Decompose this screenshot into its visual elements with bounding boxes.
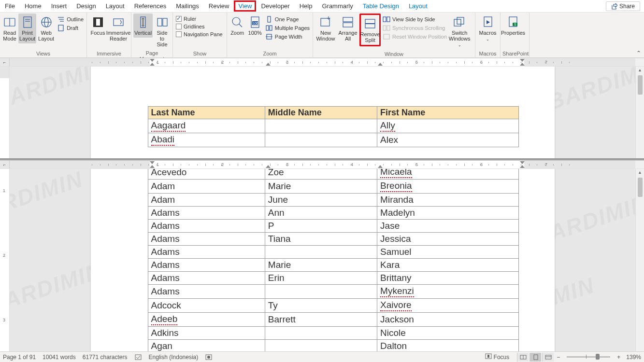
ruler-horizontal-bottom[interactable]: ⌐ 1234567 xyxy=(0,160,644,169)
group-zoom-label: Zoom xyxy=(229,50,311,57)
status-focus[interactable]: Focus xyxy=(485,353,509,361)
table-row[interactable]: AdcockTyXaivore xyxy=(148,299,518,313)
document-pane-top: BARDIMIN BARDIMIN BARDIMIN Last NameMidd… xyxy=(0,67,644,158)
zoom-button[interactable]: Zoom xyxy=(229,14,245,38)
zoom-level[interactable]: 139% xyxy=(626,354,641,361)
table-header[interactable]: First Name xyxy=(377,107,518,119)
menu-insert[interactable]: Insert xyxy=(46,0,72,12)
view-side-by-side-button[interactable]: View Side by Side xyxy=(382,15,448,23)
status-spellcheck[interactable] xyxy=(134,354,142,361)
table-row[interactable]: AdamsTianaJessica xyxy=(148,233,518,246)
menu-grammarly[interactable]: Grammarly xyxy=(317,0,358,12)
menu-design[interactable]: Design xyxy=(72,0,100,12)
ruler-vertical-top[interactable] xyxy=(0,67,10,158)
status-language[interactable]: English (Indonesia) xyxy=(149,354,199,361)
multiple-pages-button[interactable]: Multiple Pages xyxy=(264,24,311,32)
immersive-reader-button[interactable]: Immersive Reader xyxy=(108,14,129,43)
menu-layout-context[interactable]: Layout xyxy=(404,0,432,12)
ruler-horizontal-top[interactable]: ⌐ 1234567 xyxy=(0,58,644,67)
table-row[interactable]: AdamsErinBrittany xyxy=(148,272,518,285)
group-immersive-label: Immersive xyxy=(89,50,129,57)
draft-button[interactable]: Draft xyxy=(56,24,85,32)
side-to-side-button[interactable]: Side to Side xyxy=(154,14,171,49)
focus-button[interactable]: Focus xyxy=(89,14,107,38)
table-row[interactable]: AdamsMarieKara xyxy=(148,259,518,272)
share-button[interactable]: Share xyxy=(606,1,640,11)
menu-table-design[interactable]: Table Design xyxy=(358,0,404,12)
ruler-vertical-bottom[interactable]: 123 xyxy=(0,169,10,362)
menu-developer[interactable]: Developer xyxy=(256,0,294,12)
status-words[interactable]: 10041 words xyxy=(43,354,76,361)
remove-split-button[interactable]: Remove Split xyxy=(359,14,381,46)
table-row[interactable]: AdkinsNicole xyxy=(148,327,518,340)
table-row[interactable]: AdamJuneMiranda xyxy=(148,194,518,207)
switch-windows-button[interactable]: Switch Windows ⌄ xyxy=(449,14,470,50)
menu-home[interactable]: Home xyxy=(20,0,46,12)
navigation-pane-checkbox[interactable]: Navigation Pane xyxy=(175,31,224,38)
one-page-button[interactable]: One Page xyxy=(264,15,311,23)
table-row[interactable]: AbadiAlex xyxy=(148,133,518,147)
status-bar: Page 1 of 91 10041 words 61771 character… xyxy=(0,351,644,362)
view-read-mode[interactable] xyxy=(517,353,529,362)
gridlines-checkbox[interactable]: Gridlines xyxy=(175,23,224,30)
table-header[interactable]: Last Name xyxy=(148,107,265,119)
page-top[interactable]: Last NameMiddle NameFirst NameAagaardAll… xyxy=(91,67,555,158)
table-header[interactable]: Middle Name xyxy=(265,107,377,119)
synchronous-scrolling-button[interactable]: Synchronous Scrolling xyxy=(382,24,448,32)
scroll-thumb-top[interactable] xyxy=(638,75,643,95)
document-table-top[interactable]: Last NameMiddle NameFirst NameAagaardAll… xyxy=(148,106,519,147)
print-layout-button[interactable]: Print Layout xyxy=(18,14,36,43)
vertical-button[interactable]: Vertical xyxy=(133,14,153,38)
table-row[interactable]: AdamMarieBreonia xyxy=(148,180,518,194)
view-print-layout[interactable] xyxy=(530,353,541,362)
status-chars[interactable]: 61771 characters xyxy=(83,354,128,361)
status-page[interactable]: Page 1 of 91 xyxy=(3,354,36,361)
collapse-ribbon-button[interactable]: ⌃ xyxy=(636,50,641,56)
ruler-corner-bottom[interactable]: ⌐ xyxy=(0,161,10,168)
ruler-checkbox[interactable]: Ruler xyxy=(175,15,224,22)
table-row[interactable]: AcevedoZoeMicaela xyxy=(148,169,518,180)
table-row[interactable]: AagaardAlly xyxy=(148,119,518,133)
table-row[interactable]: AdamsSamuel xyxy=(148,246,518,259)
table-row[interactable]: AdamsAnnMadelyn xyxy=(148,207,518,220)
page-bottom[interactable]: AcevedoZoeMicaelaAdamMarieBreoniaAdamJun… xyxy=(91,169,555,362)
scroll-up-bottom[interactable]: ▴ xyxy=(636,169,644,177)
status-macro[interactable] xyxy=(205,354,213,361)
zoom-100-button[interactable]: 100 100% xyxy=(246,14,263,38)
menu-help[interactable]: Help xyxy=(295,0,317,12)
ruler-corner[interactable]: ⌐ xyxy=(0,58,10,66)
table-row[interactable]: AdamsMykenzi xyxy=(148,285,518,299)
svg-rect-17 xyxy=(157,18,162,26)
scrollbar-bottom[interactable]: ▴ ▾ xyxy=(635,169,644,362)
svg-point-49 xyxy=(207,356,210,359)
ribbon: Read Mode Print Layout Web Layout Outlin… xyxy=(0,13,644,58)
page-width-button[interactable]: Page Width xyxy=(264,33,311,41)
zoom-slider-thumb[interactable] xyxy=(596,354,600,360)
new-window-button[interactable]: + New Window xyxy=(315,14,336,43)
read-mode-button[interactable]: Read Mode xyxy=(2,14,17,43)
scroll-up-top[interactable]: ▴ xyxy=(636,67,644,75)
zoom-out-button[interactable]: − xyxy=(557,354,560,361)
outline-button[interactable]: Outline xyxy=(56,15,85,23)
macros-button[interactable]: Macros⌄ xyxy=(477,14,498,44)
menu-review[interactable]: Review xyxy=(204,0,234,12)
scrollbar-top[interactable]: ▴ xyxy=(635,67,644,158)
document-table-bottom[interactable]: AcevedoZoeMicaelaAdamMarieBreoniaAdamJun… xyxy=(148,169,519,353)
table-row[interactable]: AdamsPJase xyxy=(148,220,518,233)
zoom-in-button[interactable]: + xyxy=(617,354,620,361)
reset-window-position-button[interactable]: Reset Window Position xyxy=(382,33,448,41)
menu-references[interactable]: References xyxy=(129,0,171,12)
zoom-slider[interactable] xyxy=(567,356,610,358)
properties-button[interactable]: S Properties xyxy=(502,14,524,38)
menu-view[interactable]: View xyxy=(234,0,256,12)
scroll-thumb-bottom[interactable] xyxy=(638,178,643,197)
web-layout-button[interactable]: Web Layout xyxy=(37,14,55,43)
arrange-all-button[interactable]: Arrange All xyxy=(337,14,358,43)
view-web-layout[interactable] xyxy=(542,353,554,362)
menu-layout[interactable]: Layout xyxy=(101,0,129,12)
table-row[interactable]: AdeebBarrettJackson xyxy=(148,313,518,327)
menu-file[interactable]: File xyxy=(0,0,20,12)
table-row[interactable]: AganDalton xyxy=(148,340,518,353)
menu-mailings[interactable]: Mailings xyxy=(171,0,204,12)
svg-rect-11 xyxy=(58,25,63,31)
